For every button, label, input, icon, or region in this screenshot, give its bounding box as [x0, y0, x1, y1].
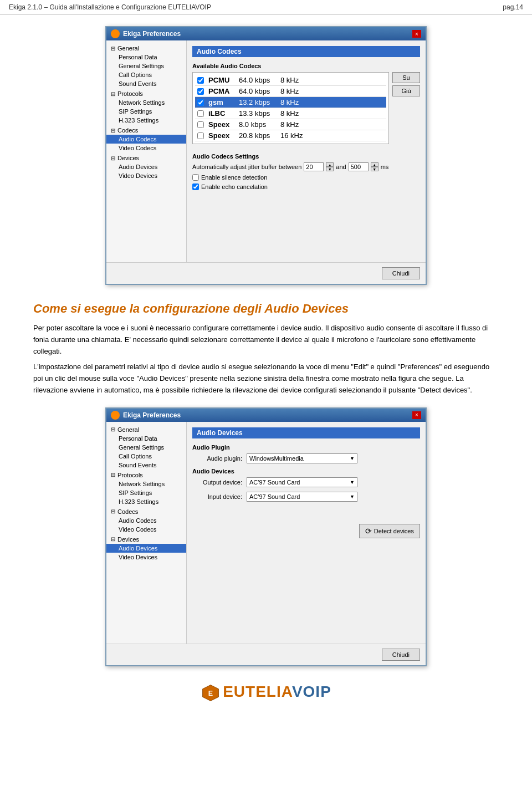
- dialog2-sidebar: ⊟ General Personal Data General Settings…: [106, 422, 187, 644]
- codec-khz-pcma: 8 kHz: [280, 87, 311, 95]
- sidebar-header-devices[interactable]: ⊟ Devices: [106, 154, 186, 162]
- d2-sidebar-item-general-settings[interactable]: General Settings: [106, 443, 186, 452]
- codec-checkbox-ilbc[interactable]: [197, 110, 204, 117]
- d2-sidebar-header-general[interactable]: ⊟ General: [106, 425, 186, 434]
- devices-section-title: Audio Devices: [192, 468, 420, 475]
- dialog2-chiudi-button[interactable]: Chiudi: [382, 649, 420, 661]
- sidebar-item-audio-codecs[interactable]: Audio Codecs: [106, 135, 186, 144]
- d2-sidebar-item-audio-codecs[interactable]: Audio Codecs: [106, 516, 186, 525]
- btn-giu[interactable]: Giù: [392, 85, 420, 96]
- dialog1-footer: Chiudi: [106, 262, 426, 284]
- dialog1-title-left: Ekiga Preferences: [111, 29, 181, 38]
- silence-checkbox[interactable]: [192, 174, 199, 181]
- dialog-audio-codecs: Ekiga Preferences × ⊟ General Personal D…: [105, 26, 427, 285]
- output-label: Output device:: [192, 479, 242, 486]
- d2-sidebar-label-codecs: Codecs: [117, 508, 138, 515]
- sidebar-expand-general: ⊟: [111, 45, 115, 52]
- echo-label: Enable echo cancelation: [201, 183, 268, 190]
- section-heading: Come si esegue la configurazione degli A…: [33, 302, 499, 316]
- codec-kbps-pcmu: 64.0 kbps: [239, 76, 280, 84]
- d2-sidebar-item-h323-settings[interactable]: H.323 Settings: [106, 497, 186, 506]
- dialog2-body: ⊟ General Personal Data General Settings…: [106, 422, 426, 644]
- sidebar-section-protocols: ⊟ Protocols Network Settings SIP Setting…: [106, 89, 186, 125]
- jitter-spinner2[interactable]: ▲ ▼: [371, 162, 378, 171]
- d2-sidebar-item-call-options[interactable]: Call Options: [106, 452, 186, 461]
- jitter-input2[interactable]: [349, 162, 369, 171]
- jitter-up2[interactable]: ▲: [371, 162, 378, 167]
- d2-sidebar-header-devices[interactable]: ⊟ Devices: [106, 535, 186, 544]
- codec-checkbox-gsm[interactable]: [197, 99, 204, 106]
- sidebar-header-codecs[interactable]: ⊟ Codecs: [106, 126, 186, 135]
- codec-check-gsm[interactable]: [197, 99, 206, 106]
- codec-khz-speex2: 16 kHz: [280, 131, 311, 140]
- d2-sidebar-label-protocols: Protocols: [117, 472, 143, 478]
- jitter-down2[interactable]: ▼: [371, 167, 378, 171]
- output-select[interactable]: AC'97 Sound Card ▼: [247, 477, 357, 487]
- jitter-input1[interactable]: [304, 162, 324, 171]
- echo-checkbox[interactable]: [192, 183, 199, 190]
- sidebar-item-sound-events[interactable]: Sound Events: [106, 79, 186, 88]
- d2-sidebar-header-codecs[interactable]: ⊟ Codecs: [106, 507, 186, 516]
- codec-khz-gsm: 8 kHz: [280, 98, 311, 106]
- sidebar-item-video-devices[interactable]: Video Devices: [106, 171, 186, 180]
- codec-check-pcmu[interactable]: [197, 76, 206, 84]
- d2-sidebar-section-devices: ⊟ Devices Audio Devices Video Devices: [106, 535, 186, 562]
- dialog2-icon: [111, 411, 120, 420]
- sidebar-item-video-codecs[interactable]: Video Codecs: [106, 144, 186, 152]
- jitter-spinner1[interactable]: ▲ ▼: [326, 162, 334, 171]
- sidebar-label-protocols: Protocols: [117, 90, 143, 97]
- sidebar-item-h323-settings[interactable]: H.323 Settings: [106, 116, 186, 125]
- sidebar-label-devices: Devices: [117, 155, 139, 161]
- dialog2-close-button[interactable]: ×: [412, 411, 421, 419]
- sidebar-item-audio-devices[interactable]: Audio Devices: [106, 162, 186, 171]
- svg-text:E: E: [208, 689, 213, 697]
- sidebar-header-general[interactable]: ⊟ General: [106, 44, 186, 53]
- codec-check-speex2[interactable]: [197, 132, 206, 140]
- plugin-select[interactable]: WindowsMultimedia ▼: [247, 453, 357, 463]
- codec-kbps-ilbc: 13.3 kbps: [239, 109, 280, 118]
- sidebar-item-personal-data[interactable]: Personal Data: [106, 53, 186, 62]
- d2-sidebar-item-video-devices[interactable]: Video Devices: [106, 553, 186, 562]
- codec-checkbox-pcmu[interactable]: [197, 77, 204, 84]
- sidebar-item-call-options[interactable]: Call Options: [106, 70, 186, 79]
- dialog2-main: Audio Devices Audio Plugin Audio plugin:…: [187, 422, 426, 644]
- d2-sidebar-item-audio-devices[interactable]: Audio Devices: [106, 544, 186, 553]
- sidebar-item-general-settings[interactable]: General Settings: [106, 62, 186, 70]
- jitter-up1[interactable]: ▲: [326, 162, 334, 167]
- codec-check-speex1[interactable]: [197, 121, 206, 129]
- d2-sidebar-item-personal-data[interactable]: Personal Data: [106, 434, 186, 443]
- d2-sidebar-item-sound-events[interactable]: Sound Events: [106, 461, 186, 470]
- detect-devices-button[interactable]: ⟳ Detect devices: [359, 524, 420, 538]
- codec-check-pcma[interactable]: [197, 88, 206, 95]
- codec-check-ilbc[interactable]: [197, 110, 206, 118]
- d2-sidebar-expand-protocols: ⊟: [111, 472, 115, 478]
- d2-sidebar-expand-codecs: ⊟: [111, 508, 115, 514]
- sidebar-section-devices: ⊟ Devices Audio Devices Video Devices: [106, 154, 186, 180]
- input-select[interactable]: AC'97 Sound Card ▼: [247, 492, 357, 502]
- d2-sidebar-section-protocols: ⊟ Protocols Network Settings SIP Setting…: [106, 471, 186, 506]
- logo-icon: E: [201, 683, 221, 703]
- sidebar-header-protocols[interactable]: ⊟ Protocols: [106, 89, 186, 98]
- sidebar-item-sip-settings[interactable]: SIP Settings: [106, 107, 186, 116]
- dialog1-title: Ekiga Preferences: [123, 30, 181, 38]
- codec-checkbox-speex2[interactable]: [197, 132, 204, 139]
- btn-su[interactable]: Su: [392, 72, 420, 83]
- output-device-row: Output device: AC'97 Sound Card ▼: [192, 477, 420, 487]
- codec-kbps-gsm: 13.2 kbps: [239, 98, 280, 106]
- codec-checkbox-speex1[interactable]: [197, 121, 204, 128]
- dialog1-close-button[interactable]: ×: [412, 30, 421, 38]
- d2-sidebar-item-video-codecs[interactable]: Video Codecs: [106, 525, 186, 534]
- plugin-select-arrow: ▼: [350, 456, 355, 461]
- dialog-audio-devices: Ekiga Preferences × ⊟ General Personal D…: [105, 407, 427, 666]
- d2-sidebar-item-network-settings[interactable]: Network Settings: [106, 480, 186, 488]
- codec-name-pcma: PCMA: [208, 87, 239, 95]
- dialog1-chiudi-button[interactable]: Chiudi: [382, 267, 420, 279]
- jitter-down1[interactable]: ▼: [326, 167, 334, 171]
- sidebar-item-network-settings[interactable]: Network Settings: [106, 98, 186, 107]
- d2-sidebar-header-protocols[interactable]: ⊟ Protocols: [106, 471, 186, 480]
- codec-name-speex2: Speex: [208, 131, 239, 140]
- jitter-row: Automatically adjust jitter buffer betwe…: [192, 162, 420, 171]
- codec-checkbox-pcma[interactable]: [197, 88, 204, 95]
- dialog2-title: Ekiga Preferences: [123, 411, 181, 419]
- d2-sidebar-item-sip-settings[interactable]: SIP Settings: [106, 488, 186, 497]
